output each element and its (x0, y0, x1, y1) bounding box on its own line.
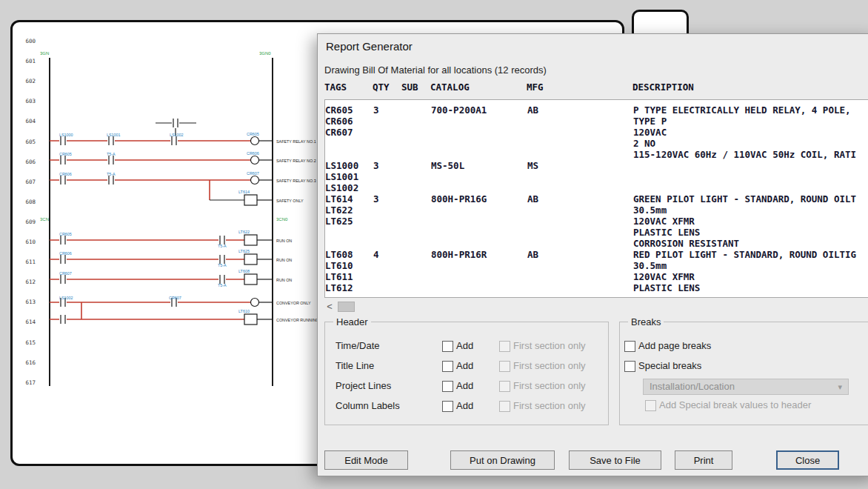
rung-number: 613 (25, 299, 36, 305)
component-tag-label: LT622 (238, 230, 250, 234)
bom-cell: GREEN PILOT LIGHT - STANDARD, ROUND OILT… (633, 193, 868, 249)
component-tag-label: T5-A (218, 283, 227, 287)
bom-row: LS1000 LS1001 LS10023MS-50LMS (325, 160, 868, 193)
bom-cell: P TYPE ELECTRICALLY HELD RELAY, 4 POLE, … (633, 104, 868, 160)
component-tag-label: CR605 (59, 152, 72, 156)
component-tag-label: LT625 (238, 249, 250, 253)
special-breaks-label: Special breaks (638, 359, 701, 373)
titleline-add-checkbox[interactable] (442, 361, 453, 372)
rung-number: 614 (25, 319, 36, 325)
rung-number: 609 (25, 219, 36, 225)
dialog-title: Report Generator (326, 40, 413, 53)
header-row-projectlines: Project Lines Add First section only (325, 379, 608, 393)
coil-symbol (251, 137, 259, 145)
save-to-file-button[interactable]: Save to File (569, 450, 661, 470)
component-tag-label: LS1001 (107, 133, 121, 137)
timedate-add-checkbox[interactable] (442, 341, 453, 352)
bom-cell: AB (527, 104, 633, 160)
component-tag-label: CR606 (59, 172, 72, 176)
horizontal-scrollbar[interactable]: < (324, 301, 868, 313)
print-button[interactable]: Print (675, 450, 732, 470)
chevron-down-icon: ▾ (838, 379, 842, 394)
col-description: DESCRIPTION (632, 82, 868, 93)
rung-number: 601 (25, 58, 36, 64)
special-break-dropdown-value: Installation/Location (650, 381, 735, 392)
bom-cell: LS1000 LS1001 LS1002 (325, 160, 373, 193)
bom-cell: LT614 LT622 LT625 (325, 193, 373, 249)
columnlabels-add-checkbox[interactable] (442, 401, 453, 412)
close-button[interactable]: Close (776, 450, 839, 470)
timedate-label: Time/Date (335, 339, 379, 353)
bom-cell: RED PILOT LIGHT - STANDARD, ROUND OILTIG… (633, 249, 868, 293)
rung-number: 615 (25, 339, 36, 346)
bom-cell: AB (527, 249, 633, 293)
rung-number: 604 (25, 118, 36, 124)
first-section-label: First section only (513, 379, 586, 393)
component-description-label: SAFETY ONLY (276, 199, 304, 203)
page-breaks-row: Add page breaks (620, 339, 868, 353)
put-on-drawing-button[interactable]: Put on Drawing (450, 450, 555, 470)
component-description-label: CONVEYOR RUNNING (276, 318, 319, 322)
wire-number-label: 3GN (40, 51, 49, 56)
add-label: Add (456, 359, 473, 373)
special-breaks-checkbox[interactable] (624, 361, 635, 372)
component-tag-label: LT614 (238, 190, 250, 194)
edit-mode-button[interactable]: Edit Mode (324, 450, 408, 470)
symbols (59, 118, 259, 325)
first-section-label: First section only (513, 339, 586, 353)
component-tag-label: LS1002 (170, 133, 184, 137)
pilot-light-box (244, 254, 257, 265)
col-tags: TAGS (324, 82, 373, 93)
report-generator-dialog: Report Generator Drawing Bill Of Materia… (317, 33, 868, 476)
pilot-light-box (244, 314, 257, 325)
rung-number: 607 (25, 179, 36, 185)
pilot-light-box (244, 235, 257, 245)
col-qty: QTY (373, 82, 401, 93)
col-mfg: MFG (527, 82, 632, 93)
component-description-label: RUN ON (276, 278, 292, 282)
wire-number-label: 3CN (40, 217, 49, 222)
header-group-label: Header (333, 316, 371, 327)
bom-cell (402, 160, 431, 193)
component-tag-label: CR607 (169, 296, 181, 300)
bom-cell: AB (527, 193, 633, 249)
bom-cell (402, 249, 431, 293)
coil-symbol (251, 299, 259, 307)
breaks-group: Breaks Add page breaks Special breaks In… (619, 322, 868, 425)
add-page-breaks-label: Add page breaks (638, 339, 711, 353)
bom-column-headers: TAGS QTY SUB CATALOG MFG DESCRIPTION (324, 82, 868, 93)
component-description-label: SAFETY RELAY NO.2 (276, 159, 316, 163)
col-sub: SUB (401, 82, 430, 93)
header-row-columnlabels: Column Labels Add First section only (325, 399, 608, 413)
component-tag-label: CR607 (247, 171, 259, 176)
rung-number: 612 (25, 279, 36, 285)
bom-row: LT608 LT610 LT611 LT6124800H-PR16RABRED … (325, 249, 868, 293)
bom-cell: 3 (373, 104, 402, 160)
dialog-title-bar[interactable]: Report Generator (318, 34, 868, 59)
component-tag-label: LT610 (238, 309, 250, 313)
first-section-label: First section only (513, 359, 586, 373)
component-tag-label: LS1000 (59, 133, 73, 137)
add-page-breaks-checkbox[interactable] (624, 341, 635, 352)
col-catalog: CATALOG (430, 82, 527, 93)
component-tag-label: T5-A (107, 172, 116, 176)
component-description-label: CONVEYOR ONLY (276, 301, 311, 305)
scroll-left-icon[interactable]: < (324, 301, 335, 313)
breaks-group-label: Breaks (628, 316, 664, 327)
first-section-label: First section only (513, 399, 586, 413)
wires (50, 123, 273, 319)
screen: 6006016026036046056066076086096106116126… (0, 0, 868, 489)
rung-number: 616 (25, 359, 36, 366)
component-tag-label: CR606 (59, 251, 72, 256)
rung-number: 608 (25, 199, 36, 205)
rung-number: 600 (25, 38, 36, 44)
component-description-label: RUN ON (276, 239, 292, 243)
header-row-titleline: Title Line Add First section only (325, 359, 608, 373)
bom-cell: 700-P200A1 (431, 104, 527, 160)
titleline-first-checkbox (499, 361, 510, 372)
projectlines-add-checkbox[interactable] (442, 381, 453, 392)
bom-cell: 3 (373, 160, 402, 193)
component-tag-label: LS1002 (59, 296, 73, 300)
bom-list[interactable]: CR605 CR606 CR6073700-P200A1ABP TYPE ELE… (324, 99, 868, 298)
scrollbar-thumb[interactable] (338, 302, 355, 312)
